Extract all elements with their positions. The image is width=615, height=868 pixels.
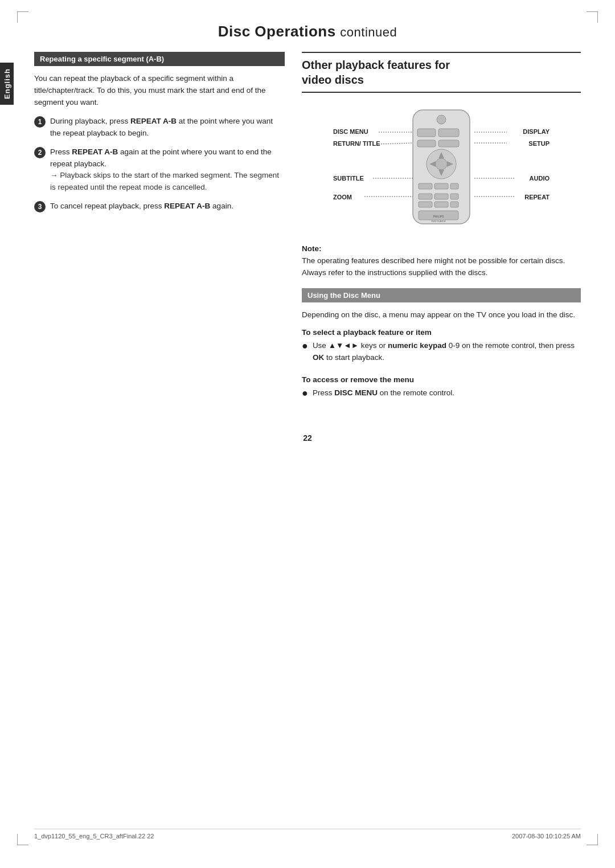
note-text: The operating features described here mi…: [302, 255, 581, 279]
svg-text:DVD PLAYER: DVD PLAYER: [431, 220, 445, 223]
svg-rect-12: [419, 183, 432, 189]
label-zoom: ZOOM: [333, 194, 352, 200]
bullet-dot-2: ●: [302, 387, 308, 400]
access-bullet: ● Press DISC MENU on the remote control.: [302, 387, 581, 406]
select-heading: To select a playback feature or item: [302, 328, 581, 337]
access-bullet-text: Press DISC MENU on the remote control.: [313, 387, 454, 399]
svg-point-1: [437, 115, 446, 124]
svg-rect-15: [419, 194, 432, 199]
step-3: 3 To cancel repeat playback, press REPEA…: [34, 200, 285, 212]
left-column: Repeating a specific segment (A-B) You c…: [34, 52, 285, 411]
page: English Disc Operations continued Repeat…: [0, 0, 615, 868]
svg-rect-17: [450, 194, 458, 199]
svg-rect-19: [434, 202, 448, 207]
label-audio: AUDIO: [530, 175, 550, 182]
step-3-text: To cancel repeat playback, press REPEAT …: [50, 200, 233, 212]
remote-svg: PHILIPS DVD PLAYER: [407, 107, 475, 227]
step-2-number: 2: [34, 147, 46, 158]
svg-point-7: [436, 158, 447, 170]
svg-rect-20: [450, 202, 458, 207]
page-title: Disc Operations continued: [34, 23, 581, 40]
step-1-text: During playback, press REPEAT A-B at the…: [50, 116, 285, 140]
svg-rect-13: [434, 183, 448, 189]
label-repeat: REPEAT: [524, 194, 550, 200]
footer-left: 1_dvp1120_55_eng_5_CR3_aftFinal.22 22: [34, 833, 154, 840]
corner-tr: [587, 11, 598, 23]
label-return-title: RETURN/ TITLE: [333, 140, 380, 148]
svg-rect-2: [417, 129, 436, 137]
label-display: DISPLAY: [523, 128, 550, 135]
step-2: 2 Press REPEAT A-B again at the point wh…: [34, 146, 285, 194]
svg-rect-16: [434, 194, 448, 199]
svg-rect-4: [417, 140, 436, 147]
repeat-intro-text: You can repeat the playback of a specifi…: [34, 73, 285, 109]
svg-text:PHILIPS: PHILIPS: [433, 215, 444, 218]
remote-area: PHILIPS DVD PLAYER DISC MENU RETURN/ TIT…: [302, 104, 581, 235]
right-column-heading: Other playback features for video discs: [302, 52, 581, 93]
corner-bl: [17, 834, 28, 845]
corner-tl: [17, 11, 28, 23]
bullet-dot-1: ●: [302, 340, 308, 353]
label-disc-menu: DISC MENU: [333, 128, 368, 135]
label-subtitle: SUBTITLE: [333, 175, 364, 182]
svg-rect-18: [419, 202, 432, 207]
label-setup: SETUP: [528, 140, 550, 147]
step-3-number: 3: [34, 201, 46, 212]
note-section: Note: The operating features described h…: [302, 244, 581, 279]
svg-rect-5: [438, 140, 459, 147]
step-1-number: 1: [34, 116, 46, 128]
corner-br: [587, 834, 598, 845]
access-heading: To access or remove the menu: [302, 375, 581, 384]
footer-right: 2007-08-30 10:10:25 AM: [512, 833, 581, 840]
select-bullet: ● Use ▲▼◄► keys or numeric keypad 0-9 on…: [302, 340, 581, 371]
disc-menu-intro: Depending on the disc, a menu may appear…: [302, 309, 581, 321]
step-2-text: Press REPEAT A-B again at the point wher…: [50, 146, 285, 194]
page-footer: 1_dvp1120_55_eng_5_CR3_aftFinal.22 22 20…: [34, 829, 581, 840]
repeat-section-header: Repeating a specific segment (A-B): [34, 52, 285, 66]
main-content: Repeating a specific segment (A-B) You c…: [34, 52, 581, 411]
right-column: Other playback features for video discs: [302, 52, 581, 411]
select-bullet-text: Use ▲▼◄► keys or numeric keypad 0-9 on t…: [313, 340, 581, 364]
svg-rect-14: [450, 183, 458, 189]
note-title: Note:: [302, 244, 581, 253]
svg-rect-3: [438, 129, 459, 137]
page-number: 22: [34, 433, 581, 443]
english-tab: English: [0, 63, 14, 105]
step-1: 1 During playback, press REPEAT A-B at t…: [34, 116, 285, 140]
disc-menu-section-header: Using the Disc Menu: [302, 288, 581, 302]
